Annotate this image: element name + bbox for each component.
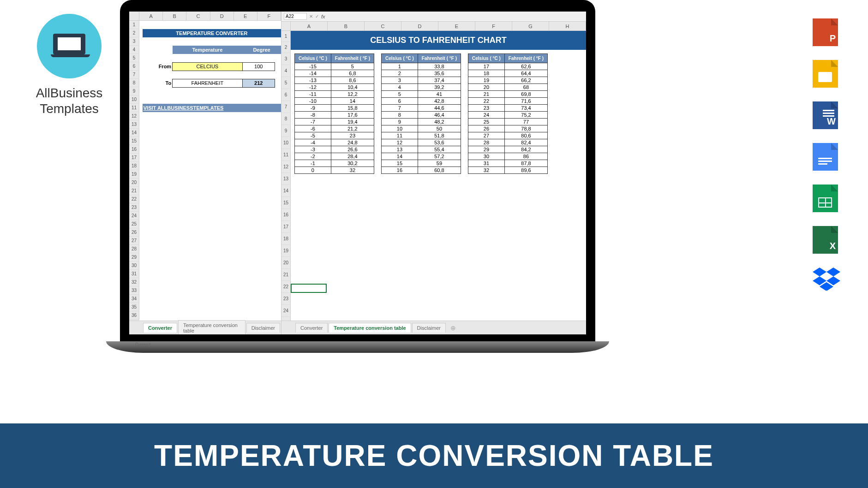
row-header[interactable]: 3 bbox=[129, 37, 139, 46]
fahrenheit-cell[interactable]: 68 bbox=[504, 84, 547, 91]
fahrenheit-cell[interactable]: 77 bbox=[504, 119, 547, 125]
fahrenheit-cell[interactable]: 32 bbox=[331, 167, 374, 174]
row-header[interactable]: 7 bbox=[129, 71, 139, 79]
celsius-cell[interactable]: -1 bbox=[295, 160, 331, 167]
fahrenheit-cell[interactable]: 42,8 bbox=[418, 98, 461, 105]
fahrenheit-cell[interactable]: 10,4 bbox=[331, 84, 374, 91]
celsius-cell[interactable]: -3 bbox=[295, 146, 331, 153]
row-header[interactable]: 22 bbox=[281, 281, 291, 293]
celsius-cell[interactable]: 20 bbox=[468, 84, 505, 91]
fahrenheit-cell[interactable]: 44,6 bbox=[418, 105, 461, 112]
celsius-cell[interactable]: 31 bbox=[468, 160, 505, 167]
row-header[interactable]: 30 bbox=[129, 262, 139, 270]
fahrenheit-cell[interactable]: 57,2 bbox=[418, 153, 461, 160]
row-header[interactable]: 24 bbox=[129, 212, 139, 220]
celsius-cell[interactable]: 5 bbox=[382, 91, 418, 98]
fahrenheit-cell[interactable]: 71,6 bbox=[504, 98, 547, 105]
row-header[interactable]: 22 bbox=[129, 195, 139, 203]
excel-icon[interactable]: X bbox=[813, 226, 838, 254]
celsius-cell[interactable]: 17 bbox=[468, 63, 505, 70]
celsius-cell[interactable]: 12 bbox=[382, 139, 418, 146]
fahrenheit-cell[interactable]: 15,8 bbox=[331, 105, 374, 112]
celsius-cell[interactable]: 19 bbox=[468, 77, 505, 84]
fahrenheit-cell[interactable]: 41 bbox=[418, 91, 461, 98]
row-header[interactable]: 34 bbox=[129, 295, 139, 303]
fahrenheit-cell[interactable]: 59 bbox=[418, 160, 461, 167]
row-header[interactable]: 16 bbox=[129, 145, 139, 154]
row-header[interactable]: 25 bbox=[281, 317, 291, 321]
fahrenheit-cell[interactable]: 66,2 bbox=[504, 77, 547, 84]
row-header[interactable]: 20 bbox=[281, 257, 291, 269]
table-row[interactable]: 2271,6 bbox=[468, 98, 548, 105]
fahrenheit-cell[interactable]: 21,2 bbox=[331, 125, 374, 132]
table-row[interactable]: 2068 bbox=[468, 84, 548, 91]
row-header[interactable]: 32 bbox=[129, 278, 139, 286]
tab-disclaimer[interactable]: Disclaimer bbox=[246, 323, 280, 333]
row-header[interactable]: 21 bbox=[281, 269, 291, 281]
row-header[interactable]: 23 bbox=[281, 293, 291, 305]
celsius-cell[interactable]: -10 bbox=[295, 98, 331, 105]
fahrenheit-cell[interactable]: 75,2 bbox=[504, 112, 547, 119]
celsius-cell[interactable]: -11 bbox=[295, 91, 331, 98]
row-header[interactable]: 20 bbox=[129, 179, 139, 187]
table-row[interactable]: 3086 bbox=[468, 153, 548, 160]
fahrenheit-cell[interactable]: 87,8 bbox=[504, 160, 547, 167]
table-row[interactable]: -424,8 bbox=[295, 139, 374, 146]
row-header[interactable]: 8 bbox=[129, 79, 139, 87]
col-header[interactable]: D bbox=[401, 22, 438, 30]
celsius-cell[interactable]: 18 bbox=[468, 70, 505, 77]
row-header[interactable]: 15 bbox=[281, 197, 291, 209]
celsius-cell[interactable]: 28 bbox=[468, 139, 505, 146]
table-row[interactable]: 744,6 bbox=[382, 105, 461, 112]
row-header[interactable]: 17 bbox=[281, 221, 291, 233]
row-header[interactable]: 11 bbox=[129, 104, 139, 112]
row-header[interactable]: 24 bbox=[281, 305, 291, 317]
row-header[interactable]: 13 bbox=[129, 120, 139, 129]
tab-conversion-table[interactable]: Temperature conversion table bbox=[178, 320, 245, 334]
row-header[interactable]: 36 bbox=[129, 311, 139, 320]
row-header[interactable]: 26 bbox=[129, 228, 139, 237]
row-header[interactable]: 16 bbox=[281, 209, 291, 221]
celsius-cell[interactable]: 8 bbox=[382, 112, 418, 119]
table-row[interactable]: -523 bbox=[295, 132, 374, 139]
row-header[interactable]: 29 bbox=[129, 253, 139, 262]
fahrenheit-cell[interactable]: 55,4 bbox=[418, 146, 461, 153]
row-header[interactable]: 9 bbox=[281, 125, 291, 137]
word-icon[interactable]: W bbox=[813, 101, 838, 129]
row-header[interactable]: 23 bbox=[129, 203, 139, 212]
table-row[interactable]: -817,6 bbox=[295, 112, 374, 119]
col-header[interactable]: F bbox=[475, 22, 512, 30]
table-row[interactable]: -915,8 bbox=[295, 105, 374, 112]
fahrenheit-cell[interactable]: 53,6 bbox=[418, 139, 461, 146]
row-header[interactable]: 5 bbox=[129, 54, 139, 62]
fahrenheit-cell[interactable]: 12,2 bbox=[331, 91, 374, 98]
col-header[interactable]: H bbox=[549, 22, 586, 30]
celsius-cell[interactable]: 16 bbox=[382, 167, 418, 174]
fahrenheit-cell[interactable]: 64,4 bbox=[504, 70, 547, 77]
table-row[interactable]: 2882,4 bbox=[468, 139, 548, 146]
col-header[interactable]: C bbox=[186, 12, 210, 20]
col-header[interactable]: B bbox=[328, 22, 365, 30]
fahrenheit-cell[interactable]: 6,8 bbox=[331, 70, 374, 77]
row-header[interactable]: 6 bbox=[129, 62, 139, 71]
from-unit-input[interactable]: CELCIUS bbox=[173, 62, 242, 71]
celsius-cell[interactable]: -2 bbox=[295, 153, 331, 160]
row-header[interactable]: 4 bbox=[129, 46, 139, 54]
row-header[interactable]: 15 bbox=[129, 137, 139, 145]
fahrenheit-cell[interactable]: 50 bbox=[418, 125, 461, 132]
celsius-cell[interactable]: -12 bbox=[295, 84, 331, 91]
row-header[interactable]: 11 bbox=[281, 149, 291, 161]
row-header[interactable]: 18 bbox=[281, 233, 291, 245]
fahrenheit-cell[interactable]: 30,2 bbox=[331, 160, 374, 167]
table-row[interactable]: 2169,8 bbox=[468, 91, 548, 98]
celsius-cell[interactable]: 32 bbox=[468, 167, 505, 174]
tab-disclaimer-r[interactable]: Disclaimer bbox=[412, 323, 446, 333]
celsius-cell[interactable]: 10 bbox=[382, 125, 418, 132]
row-header[interactable]: 21 bbox=[129, 187, 139, 195]
row-header[interactable]: 3 bbox=[281, 53, 291, 65]
col-header[interactable]: E bbox=[438, 22, 475, 30]
fahrenheit-cell[interactable]: 14 bbox=[331, 98, 374, 105]
fahrenheit-cell[interactable]: 37,4 bbox=[418, 77, 461, 84]
fahrenheit-cell[interactable]: 39,2 bbox=[418, 84, 461, 91]
row-header[interactable]: 12 bbox=[281, 161, 291, 173]
